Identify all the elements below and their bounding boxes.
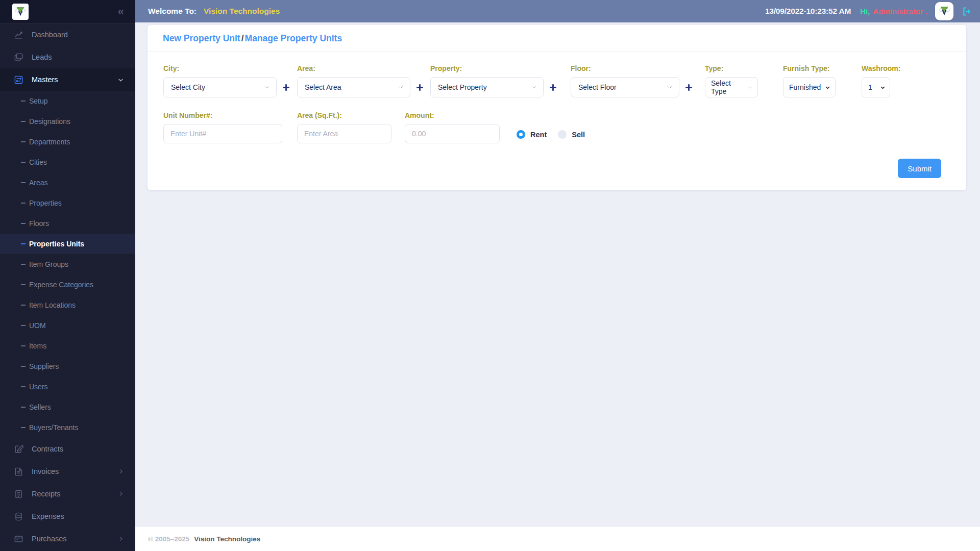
property-select[interactable]: Select Property — [430, 77, 544, 97]
sidebar-item-floors[interactable]: Floors — [0, 213, 135, 234]
type-select-value: Select Type — [711, 79, 743, 95]
footer-company-name: Vision Technologies — [194, 535, 260, 543]
dashboard-icon — [13, 30, 23, 40]
sidebar-item-item-locations[interactable]: Item Locations — [0, 295, 135, 315]
washroom-field: Washroom: 1 — [862, 64, 890, 97]
new-property-unit-link[interactable]: New Property Unit — [163, 33, 240, 44]
chevron-down-icon — [398, 84, 404, 90]
copyright-text: © 2005–2025 — [148, 535, 189, 543]
sidebar-item-label: Setup — [29, 97, 48, 105]
add-city-button[interactable] — [281, 83, 291, 92]
rent-radio-label: Rent — [530, 131, 547, 139]
furnish-type-select[interactable]: Furnished — [783, 77, 836, 97]
footer: © 2005–2025 Vision Technologies — [135, 527, 980, 551]
sidebar-item-properties[interactable]: Properties — [0, 193, 135, 213]
dash-icon — [21, 182, 26, 183]
sidebar-item-dashboard[interactable]: Dashboard — [0, 23, 135, 46]
radio-checked-icon — [517, 130, 525, 139]
unit-number-input[interactable] — [163, 124, 282, 143]
chevron-down-icon — [264, 84, 270, 90]
chevron-down-icon — [531, 84, 537, 90]
datetime-text: 13/09/2022-10:23:52 AM — [765, 7, 851, 16]
dash-icon — [21, 223, 26, 224]
floor-select-value: Select Floor — [578, 83, 663, 91]
sidebar-item-label: Buyers/Tenants — [29, 423, 79, 432]
chevron-down-icon — [825, 85, 830, 90]
furnish-type-select-value: Furnished — [789, 83, 821, 91]
chevron-down-icon — [880, 85, 886, 90]
sidebar-item-label: Items — [29, 342, 46, 350]
sidebar-item-cities[interactable]: Cities — [0, 152, 135, 172]
sidebar-item-properties-units[interactable]: Properties Units — [0, 234, 135, 254]
sidebar-item-label: Users — [29, 383, 48, 391]
washroom-select[interactable]: 1 — [862, 77, 890, 97]
sidebar-item-receipts[interactable]: Receipts — [0, 483, 135, 505]
greeting-text: Hi, — [860, 7, 870, 16]
add-floor-button[interactable] — [684, 83, 694, 92]
sidebar-header: « — [0, 0, 135, 23]
sidebar-item-leads[interactable]: Leads — [0, 46, 135, 68]
area-select[interactable]: Select Area — [297, 77, 410, 97]
floor-field: Floor: Select Floor — [571, 64, 705, 97]
sidebar-item-label: Expenses — [32, 512, 64, 520]
city-select[interactable]: Select City — [163, 77, 277, 97]
sidebar-item-designations[interactable]: Designations — [0, 111, 135, 132]
area-field: Area: Select Area — [297, 64, 430, 97]
floor-select[interactable]: Select Floor — [571, 77, 679, 97]
sidebar-item-label: Invoices — [32, 467, 59, 475]
card-title: New Property Unit / Manage Property Unit… — [148, 25, 966, 52]
sidebar-item-label: Expense Categories — [29, 281, 93, 289]
sidebar-item-areas[interactable]: Areas — [0, 172, 135, 193]
sidebar-item-purchases[interactable]: Purchases — [0, 528, 135, 550]
rent-sell-radio-group: Rent Sell — [517, 130, 596, 139]
sidebar-item-label: Leads — [32, 53, 52, 61]
company-name-link[interactable]: Vision Technologies — [204, 7, 280, 16]
logout-icon[interactable] — [962, 6, 972, 17]
purchases-icon — [13, 534, 23, 544]
leads-icon — [13, 52, 23, 62]
sidebar-item-expenses[interactable]: Expenses — [0, 505, 135, 528]
submit-row: Submit — [163, 159, 950, 178]
sidebar-item-sellers[interactable]: Sellers — [0, 397, 135, 417]
sidebar-item-invoices[interactable]: Invoices — [0, 460, 135, 483]
top-header: Welcome To: Vision Technologies 13/09/20… — [135, 0, 980, 22]
sidebar-item-items[interactable]: Items — [0, 336, 135, 356]
sidebar-item-users[interactable]: Users — [0, 377, 135, 397]
amount-input[interactable] — [405, 124, 500, 143]
sidebar-item-expense-categories[interactable]: Expense Categories — [0, 274, 135, 295]
sidebar-item-buyers-tenants[interactable]: Buyers/Tenants — [0, 417, 135, 438]
area-sqft-input[interactable] — [297, 124, 391, 143]
sidebar-item-label: Cities — [29, 158, 47, 166]
sidebar-item-departments[interactable]: Departments — [0, 132, 135, 152]
sidebar-collapse-icon[interactable]: « — [118, 6, 124, 17]
sell-radio[interactable]: Sell — [558, 130, 585, 139]
dash-icon — [21, 264, 26, 265]
area-sqft-field: Area (Sq.Ft.): — [297, 111, 405, 143]
content-area: New Property Unit / Manage Property Unit… — [135, 22, 980, 527]
app-logo[interactable] — [12, 4, 29, 20]
dash-icon — [21, 162, 26, 163]
sidebar-item-label: Areas — [29, 179, 48, 187]
sidebar-item-masters[interactable]: Masters — [0, 68, 135, 91]
sidebar-item-setup[interactable]: Setup — [0, 91, 135, 111]
sidebar-item-label: Properties — [29, 199, 62, 207]
sell-radio-label: Sell — [572, 131, 585, 139]
sidebar-item-label: Item Groups — [29, 260, 68, 268]
sidebar-item-item-groups[interactable]: Item Groups — [0, 254, 135, 274]
dash-icon — [21, 284, 26, 285]
sidebar-item-contracts[interactable]: Contracts — [0, 438, 135, 460]
add-area-button[interactable] — [415, 83, 425, 92]
floor-label: Floor: — [571, 64, 705, 72]
rent-radio[interactable]: Rent — [517, 130, 547, 139]
avatar[interactable] — [935, 2, 953, 20]
manage-property-units-link[interactable]: Manage Property Units — [245, 33, 342, 44]
dash-icon — [21, 386, 26, 387]
sidebar-item-uom[interactable]: UOM — [0, 315, 135, 336]
add-property-button[interactable] — [548, 83, 558, 92]
welcome-label: Welcome To: — [148, 7, 197, 16]
property-unit-form: City: Select City Area: — [148, 52, 966, 190]
dash-icon — [21, 325, 26, 326]
submit-button[interactable]: Submit — [898, 159, 941, 178]
sidebar-item-suppliers[interactable]: Suppliers — [0, 356, 135, 377]
type-select[interactable]: Select Type — [705, 77, 758, 97]
